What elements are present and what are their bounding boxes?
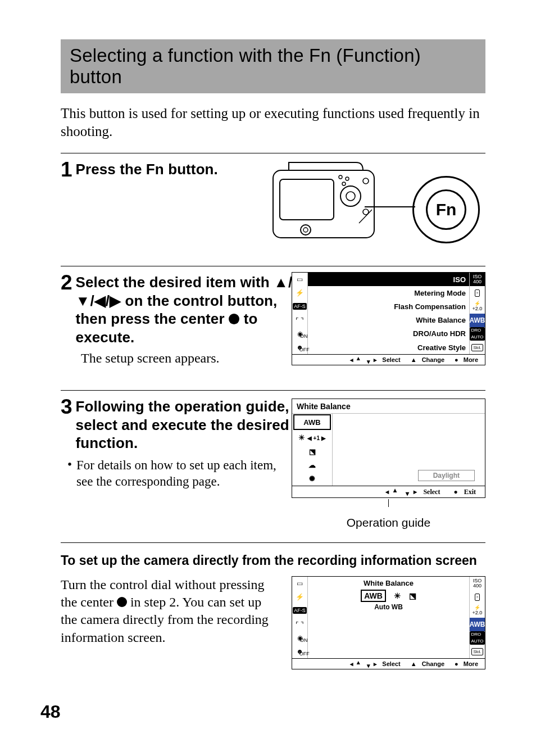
wb-option-incandescent: ✺ — [292, 472, 332, 486]
step-2: 2 Select the desired item with ▲/▼/◀/▶ o… — [61, 266, 485, 390]
triangle-down-icon: ▼ — [76, 292, 90, 309]
rec-left-icons: ▭ ⚡ AF-S ⌜ ⌝ ◉ON ☻OFF — [292, 577, 308, 658]
rec-foot-more: ● More — [451, 660, 485, 667]
wb-option-list: AWB ☀ ◀ +1 ▶ ⬔ ☁ ✺ — [292, 414, 333, 486]
rec-auto-wb-label: Auto WB — [308, 603, 469, 613]
step-2-title-part1: Select the desired item with — [76, 274, 274, 291]
direct-setup-figure: ▭ ⚡ AF-S ⌜ ⌝ ◉ON ☻OFF White Balance AWB … — [292, 576, 485, 669]
fn-leader-line — [365, 206, 415, 207]
flash-mode-icon: ⚡ — [292, 590, 308, 604]
svg-point-4 — [301, 225, 311, 235]
drive-mode-icon: ▭ — [292, 577, 308, 590]
separator — [61, 542, 485, 543]
drive-mode-icon: ▭ — [292, 273, 308, 286]
fn-menu-screenshot: ▭ ⚡ AF-S ⌜ ⌝ ◉ON ☻OFF ISO Metering Mode … — [292, 272, 485, 365]
shade-icon-2: ⬔ — [409, 591, 416, 600]
operation-guide-label: Operation guide — [292, 516, 485, 529]
svg-point-8 — [342, 182, 346, 185]
rec-foot-change: ▲ Change — [407, 660, 451, 667]
svg-point-7 — [346, 177, 349, 180]
af-area-icon: ⌜ ⌝ — [292, 314, 308, 327]
fn-callout-circle: Fn — [412, 176, 480, 243]
face-detect-icon: ◉ON — [292, 631, 308, 645]
wb-menu-screenshot: White Balance AWB ☀ ◀ +1 ▶ ⬔ ☁ ✺ Dayligh… — [292, 399, 485, 486]
rec-mid-area: White Balance AWB ☀ ⬔ Auto WB — [308, 577, 469, 658]
step-3-bullet-text: For details on how to set up each item, … — [76, 457, 279, 490]
svg-point-9 — [363, 178, 369, 184]
step-1-title: Press the Fn button. — [76, 160, 218, 179]
svg-point-5 — [303, 228, 308, 232]
flashcomp-value-icon: ⚡+2.0 — [469, 604, 485, 617]
rec-info-screenshot: ▭ ⚡ AF-S ⌜ ⌝ ◉ON ☻OFF White Balance AWB … — [292, 576, 485, 669]
svg-point-3 — [346, 192, 355, 201]
wb-option-daylight: ☀ ◀ +1 ▶ — [292, 431, 332, 444]
step-1-number: 1 — [61, 159, 72, 180]
svg-rect-1 — [280, 179, 334, 220]
dro-value-icon: DROAUTO — [469, 631, 485, 645]
svg-rect-0 — [273, 170, 374, 238]
wb-option-shade: ⬔ — [292, 445, 332, 458]
af-area-icon: ⌜ ⌝ — [292, 618, 308, 631]
direct-setup-row: Turn the control dial without pressing t… — [61, 576, 485, 669]
iso-value-icon: ISO400 — [469, 577, 485, 590]
metering-value-icon: ▫ — [469, 590, 485, 604]
rec-wb-title: White Balance — [308, 577, 469, 587]
step-2-number: 2 — [61, 272, 72, 293]
step-3-figure: White Balance AWB ☀ ◀ +1 ▶ ⬔ ☁ ✺ Dayligh… — [292, 399, 485, 529]
dro-value-icon: DROAUTO — [469, 327, 485, 341]
opguide-leader-line — [388, 499, 389, 507]
fn-menu-right-icons: ISO400 ▫ ⚡+2.0 AWB DROAUTO Std. — [469, 273, 485, 354]
center-button-icon — [117, 597, 127, 607]
subheading: To set up the camera directly from the r… — [61, 553, 485, 568]
triangle-up-icon: ▲ — [274, 274, 288, 291]
creative-value-icon: Std. — [469, 645, 485, 658]
fn-label: Fn — [426, 189, 466, 230]
fn-menu-footer: ◂▴▾▸ Select ▲ Change ● More — [292, 354, 485, 365]
step-2-title: Select the desired item with ▲/▼/◀/▶ on … — [76, 273, 301, 346]
fn-menu-row-flashcomp: Flash Compensation — [308, 300, 469, 313]
rec-awb-selected: AWB — [361, 590, 386, 602]
fn-menu-left-icons: ▭ ⚡ AF-S ⌜ ⌝ ◉ON ☻OFF — [292, 273, 308, 354]
step-3: 3 Following the operation guide, select … — [61, 391, 485, 542]
metering-value-icon: ▫ — [469, 286, 485, 300]
center-button-icon — [229, 314, 240, 325]
section-title: Selecting a function with the Fn (Functi… — [70, 45, 476, 88]
step-2-figure: ▭ ⚡ AF-S ⌜ ⌝ ◉ON ☻OFF ISO Metering Mode … — [292, 272, 485, 365]
triangle-left-icon: ◀ — [94, 292, 106, 309]
rec-footer: ◂▴▾▸ Select ▲ Change ● More — [292, 658, 485, 669]
step-1: 1 Press the Fn button. Fn — [61, 153, 485, 266]
face-detect-icon: ◉ON — [292, 327, 308, 341]
fn-menu-row-dro: DRO/Auto HDR — [308, 327, 469, 341]
fn-menu-row-wb: White Balance — [308, 314, 469, 327]
fn-menu-row-creative: Creative Style — [308, 341, 469, 354]
foot-more: ● More — [451, 356, 485, 363]
iso-value-icon: ISO400 — [469, 273, 485, 286]
svg-point-2 — [340, 186, 361, 206]
rec-wb-icons: AWB ☀ ⬔ — [308, 587, 469, 603]
foot-select: ◂▴▾▸ Select — [347, 356, 407, 364]
wb-foot-select: ◂▴▾▸ Select — [381, 488, 449, 496]
camera-back-illustration — [272, 160, 396, 245]
section-title-bar: Selecting a function with the Fn (Functi… — [61, 39, 485, 93]
smile-shutter-icon: ☻OFF — [292, 645, 308, 658]
af-mode-icon: AF-S — [292, 604, 308, 617]
step-3-number: 3 — [61, 396, 72, 417]
direct-setup-text: Turn the control dial without pressing t… — [61, 576, 276, 646]
page-number: 48 — [40, 701, 61, 722]
wb-foot-exit: ● Exit — [449, 488, 485, 496]
wb-option-cloudy: ☁ — [292, 458, 332, 472]
awb-value-icon: AWB — [469, 618, 485, 631]
af-mode-icon: AF-S — [292, 300, 308, 313]
awb-value-icon: AWB — [469, 314, 485, 327]
step-1-figure: Fn — [272, 157, 485, 252]
sun-icon: ☀ — [394, 591, 401, 600]
svg-point-6 — [339, 175, 342, 179]
intro-paragraph: This button is used for setting up or ex… — [61, 105, 485, 141]
bullet-icon: • — [67, 457, 72, 490]
foot-change: ▲ Change — [407, 356, 451, 363]
step-3-title: Following the operation guide, select an… — [76, 397, 301, 452]
rec-foot-select: ◂▴▾▸ Select — [347, 660, 407, 668]
wb-option-awb: AWB — [293, 414, 331, 430]
triangle-right-icon: ▶ — [110, 292, 121, 309]
fn-menu-row-iso: ISO — [308, 273, 469, 286]
